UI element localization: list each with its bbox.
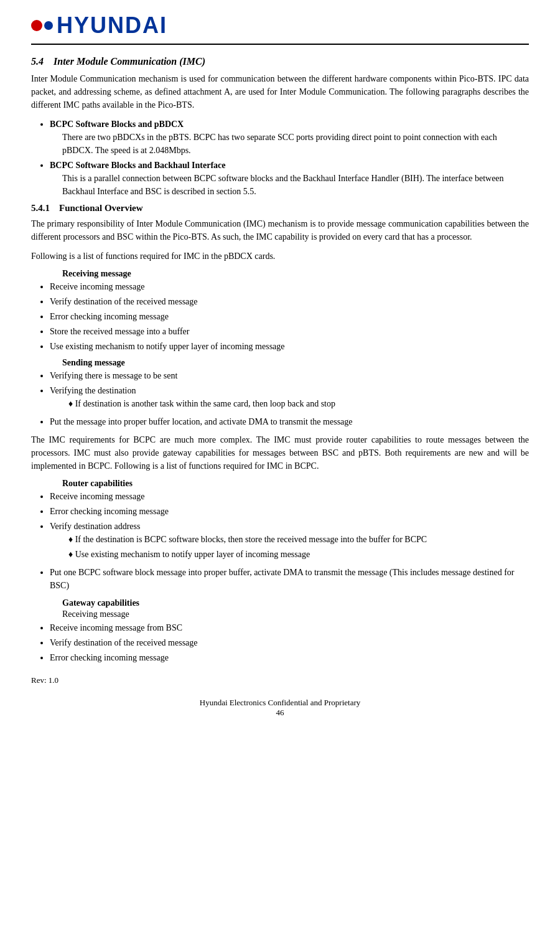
logo-red-circle bbox=[31, 20, 42, 31]
sending-bullets: Verifying there is message to be sent Ve… bbox=[50, 369, 529, 428]
list-item: Use existing mechanism to notify upper l… bbox=[50, 340, 529, 353]
section-54-number: 5.4 bbox=[31, 56, 44, 67]
gateway-label: Gateway capabilities bbox=[62, 598, 529, 608]
section-541-heading: 5.4.1 Functional Overview bbox=[31, 203, 529, 214]
gateway-bullets: Receive incoming message from BSC Verify… bbox=[50, 621, 529, 664]
router-bullets: Receive incoming message Error checking … bbox=[50, 490, 529, 592]
logo: HYUNDAI bbox=[31, 12, 167, 39]
list-item: Verify destination of the received messa… bbox=[50, 295, 529, 308]
list-item: Store the received message into a buffer bbox=[50, 325, 529, 338]
receiving-bullets: Receive incoming message Verify destinat… bbox=[50, 280, 529, 353]
list-item: Receive incoming message bbox=[50, 280, 529, 293]
list-item: If destination is another task within th… bbox=[68, 397, 529, 410]
list-item: BCPC Software Blocks and pBDCX There are… bbox=[50, 118, 529, 157]
section-541-para2: Following is a list of functions require… bbox=[31, 250, 529, 263]
logo-blue-circle bbox=[44, 21, 53, 30]
logo-text: HYUNDAI bbox=[57, 12, 167, 39]
section-541-number: 5.4.1 bbox=[31, 203, 50, 213]
company-label: Hyundai Electronics Confidential and Pro… bbox=[31, 698, 529, 708]
bullet-main: BCPC Software Blocks and pBDCX bbox=[50, 120, 184, 129]
section-541-para1: The primary responsibility of Inter Modu… bbox=[31, 217, 529, 243]
section-541-para3: The IMC requirements for BCPC are much m… bbox=[31, 433, 529, 472]
page-number: 46 bbox=[31, 708, 529, 718]
list-item: Verifying the destination If destination… bbox=[50, 384, 529, 410]
list-item: Put the message into proper buffer locat… bbox=[50, 415, 529, 428]
gateway-sub-label: Receiving message bbox=[62, 609, 529, 619]
bullet-sub: This is a parallel connection between BC… bbox=[62, 172, 529, 198]
list-item: Error checking incoming message bbox=[50, 505, 529, 518]
list-item: Verify destination of the received messa… bbox=[50, 636, 529, 649]
list-item: Receive incoming message bbox=[50, 490, 529, 503]
section-54-heading: 5.4 Inter Module Communication (IMC) bbox=[31, 56, 529, 67]
rev-text: Rev: 1.0 bbox=[31, 675, 58, 685]
list-item: BCPC Software Blocks and Backhaul Interf… bbox=[50, 159, 529, 198]
router-verify: Verify destination address bbox=[50, 522, 140, 531]
rev-label: Rev: 1.0 bbox=[31, 675, 529, 685]
list-item: If the destination is BCPC software bloc… bbox=[68, 533, 529, 546]
list-item: Use existing mechanism to notify upper l… bbox=[68, 548, 529, 561]
section-541-title: Functional Overview bbox=[59, 203, 143, 213]
page-footer: Hyundai Electronics Confidential and Pro… bbox=[31, 698, 529, 718]
sending-bullet-verify: Verifying the destination bbox=[50, 386, 136, 395]
page-header: HYUNDAI bbox=[31, 12, 529, 45]
list-item: Put one BCPC software block message into… bbox=[50, 566, 529, 592]
list-item: Error checking incoming message bbox=[50, 651, 529, 664]
router-sub-bullets: If the destination is BCPC software bloc… bbox=[68, 533, 529, 561]
gateway-section: Gateway capabilities Receiving message R… bbox=[31, 598, 529, 664]
sending-label: Sending message bbox=[62, 358, 529, 368]
list-item: Receive incoming message from BSC bbox=[50, 621, 529, 634]
router-label: Router capabilities bbox=[62, 479, 529, 489]
list-item: Verifying there is message to be sent bbox=[50, 369, 529, 382]
bullet-sub: There are two pBDCXs in the pBTS. BCPC h… bbox=[62, 131, 529, 157]
list-item: Verify destination address If the destin… bbox=[50, 520, 529, 561]
bullet-main: BCPC Software Blocks and Backhaul Interf… bbox=[50, 161, 225, 170]
section-54-title: Inter Module Communication (IMC) bbox=[54, 56, 205, 67]
receiving-label: Receiving message bbox=[62, 269, 529, 279]
section-54-bullets: BCPC Software Blocks and pBDCX There are… bbox=[50, 118, 529, 198]
list-item: Error checking incoming message bbox=[50, 310, 529, 323]
sending-sub-bullets: If destination is another task within th… bbox=[68, 397, 529, 410]
section-54-intro: Inter Module Communication mechanism is … bbox=[31, 72, 529, 111]
